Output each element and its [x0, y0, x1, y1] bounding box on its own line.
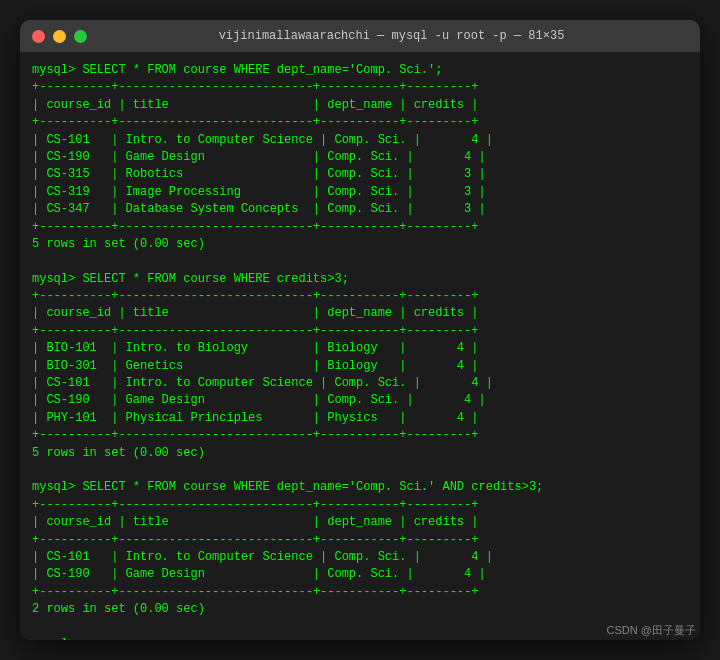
terminal-window: vijinimallawaarachchi — mysql -u root -p…: [20, 20, 700, 640]
close-button[interactable]: [32, 30, 45, 43]
titlebar: vijinimallawaarachchi — mysql -u root -p…: [20, 20, 700, 52]
terminal-output[interactable]: mysql> SELECT * FROM course WHERE dept_n…: [20, 52, 700, 640]
minimize-button[interactable]: [53, 30, 66, 43]
maximize-button[interactable]: [74, 30, 87, 43]
watermark: CSDN @田子曼子: [607, 623, 696, 638]
window-title: vijinimallawaarachchi — mysql -u root -p…: [95, 29, 688, 43]
